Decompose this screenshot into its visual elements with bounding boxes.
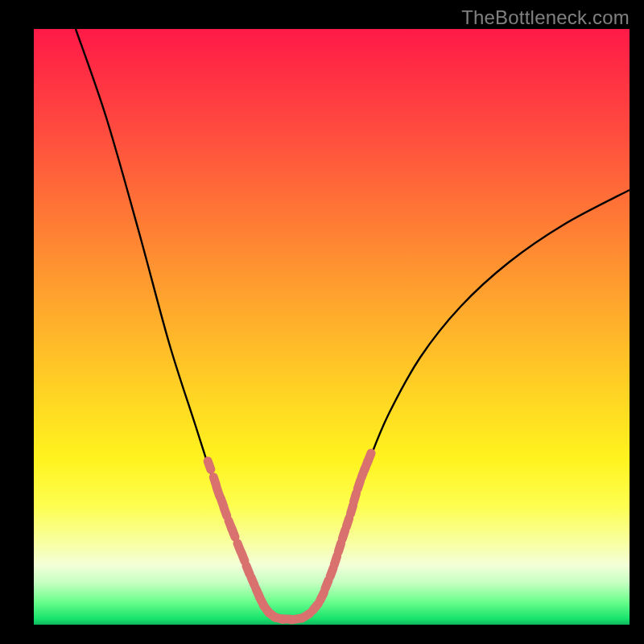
curve-marker [202, 456, 217, 475]
curve-layer [34, 29, 630, 625]
marker-group [202, 448, 377, 625]
bottleneck-curve [76, 29, 630, 620]
watermark-text: TheBottleneck.com [461, 6, 630, 29]
plot-area [34, 29, 630, 625]
chart-frame: TheBottleneck.com [0, 0, 644, 644]
